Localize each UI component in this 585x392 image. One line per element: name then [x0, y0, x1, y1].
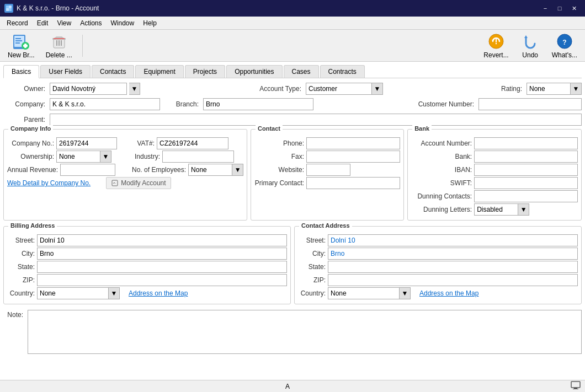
dunning-letters-arrow[interactable]: ▼ — [518, 203, 529, 216]
tab-opportunities[interactable]: Opportunities — [226, 65, 282, 78]
svg-rect-2 — [6, 8, 9, 11]
contact-street-input[interactable] — [328, 234, 578, 246]
menu-help[interactable]: Help — [139, 18, 161, 28]
dunning-contacts-input[interactable] — [474, 190, 578, 202]
contact-country-arrow[interactable]: ▼ — [400, 287, 411, 299]
tab-contracts[interactable]: Contracts — [320, 65, 365, 78]
swift-input[interactable] — [474, 177, 578, 189]
bank-input[interactable] — [474, 151, 578, 163]
svg-rect-6 — [15, 38, 21, 39]
undo-button[interactable]: Undo — [517, 31, 544, 60]
delete-label: Delete ... — [46, 51, 72, 59]
annual-revenue-label: Annual Revenue: — [7, 166, 58, 174]
tab-projects[interactable]: Projects — [185, 65, 225, 78]
whats-label: What's... — [552, 51, 577, 59]
website-input[interactable] — [306, 164, 350, 176]
industry-input[interactable] — [162, 151, 234, 163]
status-center: A — [285, 383, 290, 390]
svg-rect-11 — [23, 45, 28, 47]
vat-input[interactable] — [157, 137, 228, 149]
owner-dropdown-arrow[interactable]: ▼ — [129, 83, 140, 95]
web-detail-link[interactable]: Web Detail by Company No. — [7, 179, 91, 187]
billing-country-arrow[interactable]: ▼ — [109, 287, 120, 299]
account-number-input[interactable] — [474, 137, 578, 149]
modify-account-button[interactable]: Modify Account — [106, 177, 171, 189]
parent-label: Parent: — [3, 116, 47, 123]
revert-icon — [487, 33, 505, 50]
no-employees-label: No. of Employees: — [131, 166, 186, 174]
close-button[interactable]: ✕ — [567, 3, 581, 13]
delete-button[interactable]: Delete ... — [42, 31, 76, 60]
company-input[interactable] — [50, 98, 160, 110]
whats-button[interactable]: ? What's... — [549, 31, 581, 60]
tab-equipment[interactable]: Equipment — [135, 65, 183, 78]
window-controls[interactable]: − □ ✕ — [539, 3, 581, 13]
dunning-contacts-row: Dunning Contacts: — [411, 190, 578, 202]
note-label: Note: — [3, 311, 25, 319]
tab-basics[interactable]: Basics — [3, 65, 39, 78]
title-bar: K & K s.r.o. - Brno - Account − □ ✕ — [0, 0, 585, 17]
undo-label: Undo — [522, 51, 538, 59]
revert-button[interactable]: Revert... — [480, 31, 512, 60]
maximize-button[interactable]: □ — [553, 3, 566, 13]
menu-record[interactable]: Record — [2, 18, 33, 28]
new-br-button[interactable]: New Br... — [4, 31, 38, 60]
branch-label: Branch: — [173, 100, 201, 108]
contact-city-input[interactable] — [328, 248, 578, 260]
owner-input[interactable] — [50, 83, 127, 95]
contact-state-row: State: — [298, 261, 578, 273]
rating-input[interactable] — [526, 83, 571, 95]
dunning-letters-label: Dunning Letters: — [411, 206, 472, 213]
billing-country-input[interactable] — [37, 287, 109, 299]
phone-input[interactable] — [306, 137, 400, 149]
billing-state-label: State: — [7, 263, 35, 271]
menu-edit[interactable]: Edit — [33, 18, 53, 28]
billing-address-section: Billing Address Street: City: State: — [3, 226, 291, 304]
note-textarea[interactable] — [28, 310, 582, 354]
billing-zip-row: ZIP: — [7, 274, 287, 286]
dunning-letters-input[interactable] — [474, 203, 518, 216]
annual-revenue-input[interactable] — [60, 164, 115, 176]
industry-label: Industry: — [127, 153, 160, 160]
note-section: Note: — [3, 310, 582, 354]
billing-address-map-link[interactable]: Address on the Map — [129, 289, 188, 297]
ownership-arrow[interactable]: ▼ — [100, 151, 111, 163]
content-area: Basics User Fields Contacts Equipment Pr… — [0, 62, 585, 380]
iban-row: IBAN: — [411, 164, 578, 176]
contact-street-label: Street: — [298, 237, 326, 244]
ownership-row: Ownership: ▼ Industry: — [7, 151, 243, 163]
ownership-input[interactable] — [56, 151, 100, 163]
tab-contacts[interactable]: Contacts — [92, 65, 134, 78]
tab-user-fields[interactable]: User Fields — [40, 65, 91, 78]
primary-contact-input[interactable] — [306, 177, 400, 189]
billing-zip-input[interactable] — [37, 274, 287, 286]
rating-arrow[interactable]: ▼ — [571, 83, 582, 95]
branch-input[interactable] — [203, 98, 313, 110]
customer-number-input[interactable] — [478, 98, 582, 110]
tab-cases[interactable]: Cases — [284, 65, 319, 78]
billing-city-input[interactable] — [37, 248, 287, 260]
sections-row: Company Info Company No.: VAT#: Ownershi… — [3, 129, 582, 221]
no-employees-arrow[interactable]: ▼ — [232, 164, 243, 176]
contact-zip-input[interactable] — [328, 274, 578, 286]
bank-content: Account Number: Bank: IBAN: SWIFT: — [411, 137, 578, 216]
billing-street-input[interactable] — [37, 234, 287, 246]
iban-input[interactable] — [474, 164, 578, 176]
company-no-input[interactable] — [56, 137, 117, 149]
menu-view[interactable]: View — [52, 18, 76, 28]
menu-window[interactable]: Window — [107, 18, 139, 28]
contact-state-input[interactable] — [328, 261, 578, 273]
contact-country-row: Country: ▼ Address on the Map — [298, 287, 578, 299]
no-employees-input[interactable] — [188, 164, 232, 176]
fax-input[interactable] — [306, 151, 400, 163]
account-type-arrow[interactable]: ▼ — [372, 83, 383, 95]
minimize-button[interactable]: − — [539, 3, 552, 13]
billing-state-input[interactable] — [37, 261, 287, 273]
account-type-input[interactable] — [306, 83, 372, 95]
form-area: Owner: ▼ Account Type: ▼ Rating: ▼ Compa… — [3, 83, 582, 354]
svg-rect-7 — [15, 40, 22, 41]
menu-actions[interactable]: Actions — [76, 18, 106, 28]
contact-address-map-link[interactable]: Address on the Map — [419, 289, 478, 297]
contact-country-input[interactable] — [328, 287, 400, 299]
parent-input[interactable] — [50, 114, 582, 126]
